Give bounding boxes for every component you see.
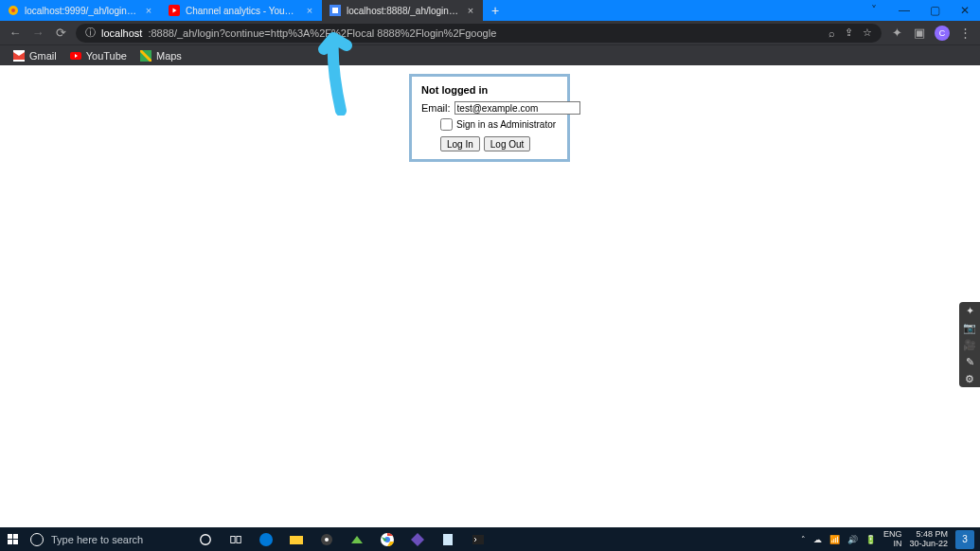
- search-icon[interactable]: ⌕: [829, 27, 835, 39]
- url-path: :8888/_ah/login?continue=http%3A%2F%2Flo…: [148, 27, 496, 39]
- close-icon[interactable]: ×: [305, 5, 314, 16]
- chevron-down-icon[interactable]: ˅: [859, 0, 889, 21]
- svg-rect-7: [8, 534, 12, 539]
- gmail-icon: [13, 50, 25, 62]
- bookmark-youtube[interactable]: YouTube: [70, 50, 127, 62]
- minimize-button[interactable]: —: [889, 0, 919, 21]
- app-icon-2[interactable]: [409, 531, 426, 548]
- bookmark-label: YouTube: [86, 50, 127, 62]
- bookmark-star-icon[interactable]: ☆: [863, 27, 872, 39]
- taskbar-pinned-apps: [187, 531, 496, 548]
- forward-button[interactable]: →: [30, 26, 45, 40]
- browser-tab-1[interactable]: localhost:9999/_ah/login?continu ×: [0, 0, 161, 21]
- svg-rect-8: [13, 534, 18, 539]
- bookmark-gmail[interactable]: Gmail: [13, 50, 57, 62]
- tab-title: Channel analytics - YouTube Stu: [186, 6, 299, 16]
- capture-expand-icon[interactable]: ✦: [959, 302, 980, 319]
- close-window-button[interactable]: ✕: [950, 0, 980, 21]
- appengine-icon: [330, 5, 341, 16]
- admin-checkbox[interactable]: [440, 118, 453, 131]
- bookmark-maps[interactable]: Maps: [140, 50, 182, 62]
- svg-rect-21: [472, 535, 484, 544]
- browser-tab-strip: localhost:9999/_ah/login?continu × Chann…: [0, 0, 980, 21]
- svg-rect-15: [290, 536, 303, 544]
- start-button[interactable]: [0, 527, 27, 551]
- system-tray: ˄ ☁ 📶 🔊 🔋 ENG IN 5:48 PM 30-Jun-22 3: [795, 530, 980, 549]
- tab-title: localhost:9999/_ah/login?continu: [25, 6, 138, 16]
- svg-rect-12: [231, 536, 235, 542]
- svg-rect-13: [237, 536, 241, 542]
- tray-clock[interactable]: 5:48 PM 30-Jun-22: [909, 530, 948, 548]
- new-tab-button[interactable]: +: [483, 0, 508, 21]
- browser-tab-3-active[interactable]: localhost:8888/_ah/login?continu ×: [322, 0, 483, 21]
- side-panel-icon[interactable]: ▣: [912, 26, 927, 40]
- back-button[interactable]: ←: [8, 26, 23, 40]
- youtube-icon: [169, 5, 180, 16]
- file-explorer-icon[interactable]: [288, 531, 305, 548]
- cortana-icon[interactable]: [197, 531, 214, 548]
- browser-tab-2[interactable]: Channel analytics - YouTube Stu ×: [161, 0, 322, 21]
- capture-camera-icon[interactable]: 📷: [959, 319, 980, 336]
- address-bar[interactable]: ⓘ localhost :8888/_ah/login?continue=htt…: [76, 24, 882, 43]
- bookmark-label: Gmail: [29, 50, 57, 62]
- extensions-icon[interactable]: ✦: [889, 26, 904, 40]
- tab-title: localhost:8888/_ah/login?continu: [347, 6, 460, 16]
- email-label: Email:: [421, 102, 451, 114]
- window-controls: ˅ — ▢ ✕: [859, 0, 980, 21]
- capture-video-icon[interactable]: 🎥: [959, 336, 980, 353]
- taskbar-search[interactable]: Type here to search: [27, 527, 187, 551]
- settings-icon[interactable]: [318, 531, 335, 548]
- email-field[interactable]: [454, 101, 580, 115]
- tray-battery-icon[interactable]: 🔋: [865, 535, 876, 544]
- chrome-icon[interactable]: [379, 531, 396, 548]
- page-content: Not logged in Email: Sign in as Administ…: [0, 65, 980, 527]
- svg-point-14: [259, 533, 273, 546]
- capture-gear-icon[interactable]: ⚙: [959, 370, 980, 387]
- search-circle-icon: [30, 533, 44, 546]
- login-heading: Not logged in: [421, 84, 558, 96]
- terminal-icon[interactable]: [470, 531, 487, 548]
- svg-point-11: [201, 534, 211, 544]
- profile-avatar[interactable]: C: [935, 26, 950, 41]
- action-center-icon[interactable]: 3: [955, 530, 974, 549]
- maps-icon: [140, 50, 151, 62]
- close-icon[interactable]: ×: [466, 5, 475, 16]
- notepad-icon[interactable]: [439, 531, 456, 548]
- bookmark-label: Maps: [156, 50, 182, 62]
- admin-checkbox-label: Sign in as Administrator: [456, 119, 556, 130]
- login-panel: Not logged in Email: Sign in as Administ…: [409, 74, 570, 162]
- youtube-icon: [70, 50, 81, 62]
- svg-rect-10: [13, 540, 18, 544]
- task-view-icon[interactable]: [227, 531, 244, 548]
- svg-point-17: [325, 538, 329, 542]
- bookmarks-bar: Gmail YouTube Maps: [0, 44, 980, 65]
- capture-toolbar: ✦ 📷 🎥 ✎ ⚙: [959, 302, 980, 387]
- url-host: localhost: [101, 27, 142, 39]
- tray-onedrive-icon[interactable]: ☁: [813, 535, 822, 544]
- appengine-icon: [8, 5, 19, 16]
- svg-rect-20: [443, 534, 453, 545]
- browser-toolbar: ← → ⟳ ⓘ localhost :8888/_ah/login?contin…: [0, 21, 980, 44]
- windows-taskbar: Type here to search ˄ ☁ 📶 🔊 🔋 ENG IN 5:4…: [0, 527, 980, 551]
- logout-button[interactable]: Log Out: [484, 136, 531, 151]
- close-icon[interactable]: ×: [144, 5, 153, 16]
- site-info-icon[interactable]: ⓘ: [85, 26, 96, 40]
- login-button[interactable]: Log In: [440, 136, 480, 151]
- maximize-button[interactable]: ▢: [919, 0, 950, 21]
- edge-icon[interactable]: [258, 531, 275, 548]
- kebab-menu-icon[interactable]: ⋮: [957, 26, 972, 40]
- svg-point-1: [11, 9, 15, 12]
- svg-rect-4: [332, 8, 338, 13]
- share-icon[interactable]: ⇪: [845, 27, 853, 39]
- svg-rect-9: [8, 540, 12, 544]
- tray-volume-icon[interactable]: 🔊: [847, 535, 858, 544]
- tray-wifi-icon[interactable]: 📶: [829, 535, 840, 544]
- tray-chevron-up-icon[interactable]: ˄: [801, 535, 806, 544]
- taskbar-search-placeholder: Type here to search: [51, 534, 143, 545]
- app-icon[interactable]: [348, 531, 365, 548]
- tray-language[interactable]: ENG IN: [883, 530, 902, 548]
- reload-button[interactable]: ⟳: [53, 26, 68, 40]
- capture-pen-icon[interactable]: ✎: [959, 353, 980, 370]
